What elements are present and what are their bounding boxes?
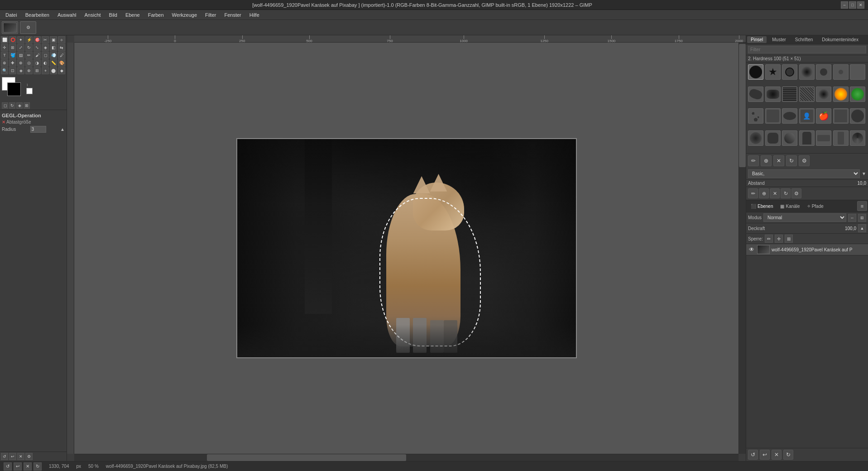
canvas-container[interactable] (74, 43, 739, 454)
brush-r1[interactable] (748, 130, 763, 146)
vertical-scrollbar[interactable] (739, 43, 746, 454)
tool-paintbrush[interactable]: 🖌 (34, 52, 41, 59)
tool-ink[interactable]: 🖊 (58, 52, 65, 59)
brush-sm1[interactable] (833, 64, 849, 80)
tool-perspective-clone[interactable]: ⊗ (17, 59, 24, 67)
tool-extra3[interactable]: ⬤ (50, 67, 57, 74)
swap-colors[interactable] (26, 88, 33, 94)
brush-filter-input[interactable] (748, 46, 866, 53)
brush-med[interactable] (816, 64, 831, 80)
status-btn4[interactable]: ↻ (34, 462, 42, 471)
tool-transform[interactable]: ⊡ (9, 67, 16, 74)
menu-ansicht[interactable]: Ansicht (81, 11, 104, 19)
status-btn2[interactable]: ↩ (14, 462, 22, 471)
maximize-button[interactable]: □ (849, 1, 856, 9)
tool-smudge[interactable]: ◑ (34, 59, 41, 67)
brush-scatter2[interactable] (765, 108, 781, 124)
brush-r4[interactable] (799, 130, 815, 146)
tool-scale[interactable]: ⤡ (34, 44, 41, 51)
indicator-btn4[interactable]: ⊞ (24, 102, 30, 109)
tool-extra4[interactable]: ◆ (58, 67, 65, 74)
tool-fuzzy-select[interactable]: ⚡ (25, 36, 33, 43)
radius-input[interactable] (30, 126, 46, 133)
close-button[interactable]: ✕ (857, 1, 864, 9)
lock-pixels-btn[interactable]: ✏ (765, 235, 773, 243)
menu-bearbeiten[interactable]: Bearbeiten (22, 11, 53, 19)
brush-duplicate-btn[interactable]: ⊕ (761, 155, 772, 166)
duplicate-layer-btn[interactable]: ↻ (783, 450, 793, 460)
menu-auswahl[interactable]: Auswahl (54, 11, 80, 19)
delete-btn[interactable]: ✕ (17, 453, 24, 460)
brush-icon-btn4[interactable]: ↻ (781, 188, 791, 198)
brush-soft[interactable] (799, 64, 815, 80)
foreground-color[interactable] (7, 82, 21, 96)
settings-btn[interactable]: ⚙ (25, 453, 33, 460)
brush-refresh-btn[interactable]: ↻ (786, 155, 797, 166)
tool-color-picker[interactable]: 🎨 (58, 59, 65, 67)
tool-warp[interactable]: ◈ (17, 67, 24, 74)
tool-bucket-fill[interactable]: 🪣 (9, 52, 16, 59)
tab-ebenen[interactable]: ⬛ Ebenen (747, 203, 777, 210)
tab-kanale[interactable]: ▦ Kanäle (777, 203, 803, 210)
status-btn1[interactable]: ↺ (4, 462, 12, 471)
indicator-btn3[interactable]: ◈ (16, 102, 23, 109)
tool-scissors[interactable]: ✂ (42, 36, 49, 43)
layer-item[interactable]: 👁 wolf-4496659_1920Pavel Karásek auf P (746, 244, 868, 255)
brush-icon-btn2[interactable]: ⊕ (759, 188, 769, 198)
menu-werkzeuge[interactable]: Werkzeuge (168, 11, 201, 19)
tool-move[interactable]: ✛ (1, 44, 8, 51)
tab-pinsel[interactable]: Pinsel (747, 36, 767, 43)
horizontal-scrollbar[interactable] (74, 454, 739, 461)
tool-extra1[interactable]: ⊞ (34, 67, 41, 74)
brush-extra1[interactable] (833, 108, 849, 124)
brush-r6[interactable] (833, 130, 849, 146)
new-layer-btn[interactable]: ↺ (748, 450, 758, 460)
image-thumbnail[interactable] (2, 21, 18, 34)
brush-star[interactable]: ★ (765, 64, 781, 80)
mode-select[interactable]: Normal (763, 213, 846, 222)
brush-r7[interactable] (850, 130, 865, 146)
undo-btn[interactable]: ↩ (9, 453, 16, 460)
toolbar-icon-btn[interactable]: ⚙ (20, 21, 36, 34)
brush-blot1[interactable] (748, 87, 763, 102)
tool-align[interactable]: ⊞ (9, 44, 16, 51)
reset-btn[interactable]: ↺ (1, 453, 8, 460)
tab-muster[interactable]: Muster (768, 36, 790, 43)
tool-perspective[interactable]: ◧ (50, 44, 57, 51)
tool-select-by-color[interactable]: 🎯 (34, 36, 41, 43)
menu-farben[interactable]: Farben (144, 11, 168, 19)
brush-texture2[interactable] (799, 87, 815, 102)
tool-blend[interactable]: ▤ (17, 52, 24, 59)
tool-zoom[interactable]: 🔍 (1, 67, 8, 74)
layers-panel-menu[interactable]: ≡ (857, 201, 867, 211)
brush-type-select[interactable]: Basic, (748, 169, 860, 178)
opacity-stepper[interactable]: ▲ (858, 224, 866, 232)
minimize-button[interactable]: – (841, 1, 848, 9)
brush-glow[interactable] (833, 87, 849, 102)
lock-position-btn[interactable]: ✛ (775, 235, 783, 243)
tool-airbrush[interactable]: 💨 (50, 52, 57, 59)
tool-flip[interactable]: ⇆ (58, 44, 65, 51)
tab-schriften[interactable]: Schriften (791, 36, 816, 43)
tool-pencil[interactable]: ✏ (25, 52, 33, 59)
tool-rectangle-select[interactable]: ⬜ (1, 36, 8, 43)
lock-icon-btn2[interactable]: ⊞ (858, 214, 866, 222)
tool-eraser[interactable]: ◻ (42, 52, 49, 59)
tool-measure[interactable]: 📏 (50, 59, 57, 67)
brush-settings-btn[interactable]: ⚙ (799, 155, 810, 166)
brush-splat1[interactable] (816, 87, 831, 102)
tool-dodge-burn[interactable]: ◐ (42, 59, 49, 67)
brush-circle-solid[interactable] (748, 64, 763, 80)
indicator-btn1[interactable]: ◻ (2, 102, 8, 109)
brush-dab1[interactable] (782, 108, 797, 124)
tool-foreground-select[interactable]: ▣ (50, 36, 57, 43)
tab-dokumentenindex[interactable]: Dokumentenindex (818, 36, 862, 43)
color-swatches[interactable] (2, 77, 24, 100)
tool-blur-sharpen[interactable]: ◎ (25, 59, 33, 67)
brush-r5[interactable] (816, 130, 831, 146)
menu-bild[interactable]: Bild (106, 11, 121, 19)
menu-filter[interactable]: Filter (201, 11, 220, 19)
tool-text[interactable]: T (1, 52, 8, 59)
menu-ebene[interactable]: Ebene (122, 11, 144, 19)
brush-icon-btn5[interactable]: ⚙ (791, 188, 801, 198)
